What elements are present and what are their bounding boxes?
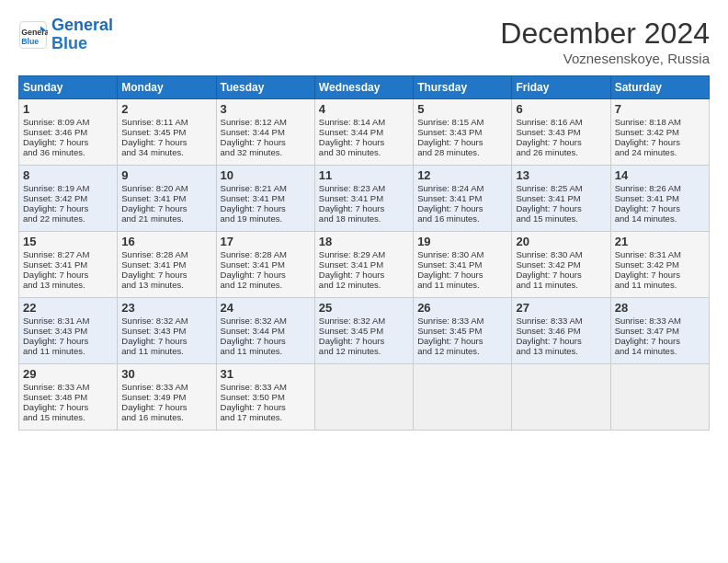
cell-info-line: Daylight: 7 hours [615,270,705,280]
cell-info-line: Daylight: 7 hours [221,336,311,346]
calendar-cell: 8Sunrise: 8:19 AMSunset: 3:42 PMDaylight… [19,166,118,232]
cell-info-line: and 15 minutes. [516,213,606,224]
calendar-cell: 2Sunrise: 8:11 AMSunset: 3:45 PMDaylight… [118,99,216,166]
cell-info-line: Daylight: 7 hours [23,270,113,280]
cell-info-line: Sunset: 3:41 PM [121,259,211,270]
calendar-cell: 6Sunrise: 8:16 AMSunset: 3:43 PMDaylight… [512,99,610,166]
cell-info-line: Sunset: 3:44 PM [221,326,311,336]
cell-info-line: and 36 minutes. [23,147,113,157]
cell-info-line: Sunset: 3:41 PM [615,193,705,203]
calendar-header-row: SundayMondayTuesdayWednesdayThursdayFrid… [19,76,710,99]
calendar-cell: 12Sunrise: 8:24 AMSunset: 3:41 PMDayligh… [414,166,512,232]
calendar-cell: 31Sunrise: 8:33 AMSunset: 3:50 PMDayligh… [216,364,314,431]
cell-info-line: Daylight: 7 hours [516,203,606,213]
calendar-cell [314,364,413,431]
cell-info-line: Daylight: 7 hours [23,203,113,213]
day-number: 1 [23,102,113,116]
day-number: 26 [417,301,507,315]
cell-info-line: Daylight: 7 hours [121,270,211,280]
calendar-cell: 30Sunrise: 8:33 AMSunset: 3:49 PMDayligh… [118,364,216,431]
cell-info-line: Daylight: 7 hours [319,203,409,213]
day-number: 13 [516,168,606,182]
cell-info-line: Sunrise: 8:33 AM [516,316,606,326]
cell-info-line: and 16 minutes. [417,213,507,224]
cell-info-line: and 32 minutes. [221,147,311,157]
cell-info-line: Sunrise: 8:12 AM [221,117,311,127]
day-header-saturday: Saturday [610,76,709,99]
week-row-5: 29Sunrise: 8:33 AMSunset: 3:48 PMDayligh… [19,364,710,431]
day-number: 5 [417,102,507,116]
cell-info-line: Sunrise: 8:32 AM [121,316,211,326]
day-number: 21 [615,235,705,248]
calendar-cell: 4Sunrise: 8:14 AMSunset: 3:44 PMDaylight… [314,99,413,166]
day-header-thursday: Thursday [414,76,512,99]
week-row-3: 15Sunrise: 8:27 AMSunset: 3:41 PMDayligh… [19,232,710,298]
cell-info-line: and 16 minutes. [121,412,211,422]
calendar-cell: 18Sunrise: 8:29 AMSunset: 3:41 PMDayligh… [314,232,413,298]
cell-info-line: and 15 minutes. [23,412,113,422]
day-number: 2 [121,102,211,116]
day-number: 6 [516,102,606,116]
day-number: 16 [121,235,211,248]
cell-info-line: Sunrise: 8:28 AM [221,249,311,259]
day-number: 3 [221,102,311,116]
cell-info-line: and 12 minutes. [319,280,409,290]
cell-info-line: Sunset: 3:41 PM [221,193,311,203]
calendar-cell: 10Sunrise: 8:21 AMSunset: 3:41 PMDayligh… [216,166,314,232]
cell-info-line: Daylight: 7 hours [516,270,606,280]
day-header-wednesday: Wednesday [314,76,413,99]
cell-info-line: Sunrise: 8:32 AM [319,316,409,326]
cell-info-line: Sunrise: 8:29 AM [319,249,409,259]
calendar-cell: 19Sunrise: 8:30 AMSunset: 3:41 PMDayligh… [414,232,512,298]
calendar-cell: 26Sunrise: 8:33 AMSunset: 3:45 PMDayligh… [414,298,512,364]
cell-info-line: Daylight: 7 hours [121,137,211,147]
cell-info-line: Sunset: 3:45 PM [319,326,409,336]
day-header-tuesday: Tuesday [216,76,314,99]
cell-info-line: Sunset: 3:41 PM [221,259,311,270]
day-header-monday: Monday [118,76,216,99]
cell-info-line: Sunset: 3:41 PM [319,193,409,203]
svg-text:Blue: Blue [21,36,39,45]
cell-info-line: Daylight: 7 hours [615,137,705,147]
cell-info-line: Sunrise: 8:20 AM [121,183,211,193]
cell-info-line: Sunset: 3:41 PM [23,259,113,270]
cell-info-line: Sunrise: 8:24 AM [417,183,507,193]
cell-info-line: and 21 minutes. [121,213,211,224]
cell-info-line: Sunrise: 8:11 AM [121,117,211,127]
cell-info-line: and 13 minutes. [23,280,113,290]
cell-info-line: Sunset: 3:46 PM [516,326,606,336]
cell-info-line: Sunset: 3:49 PM [121,392,211,402]
cell-info-line: Sunset: 3:42 PM [516,259,606,270]
cell-info-line: Sunrise: 8:27 AM [23,249,113,259]
cell-info-line: Daylight: 7 hours [615,336,705,346]
cell-info-line: and 11 minutes. [417,280,507,290]
logo-icon: General Blue [18,20,48,50]
cell-info-line: Sunrise: 8:33 AM [23,382,113,392]
cell-info-line: Daylight: 7 hours [23,137,113,147]
day-number: 10 [221,168,311,182]
cell-info-line: and 24 minutes. [615,147,705,157]
calendar-cell: 16Sunrise: 8:28 AMSunset: 3:41 PMDayligh… [118,232,216,298]
day-number: 4 [319,102,409,116]
cell-info-line: Daylight: 7 hours [121,203,211,213]
cell-info-line: and 13 minutes. [516,346,606,356]
cell-info-line: Sunset: 3:43 PM [516,127,606,137]
cell-info-line: and 11 minutes. [615,280,705,290]
cell-info-line: and 11 minutes. [121,346,211,356]
calendar-cell: 14Sunrise: 8:26 AMSunset: 3:41 PMDayligh… [610,166,709,232]
day-number: 28 [615,301,705,315]
day-number: 8 [23,168,113,182]
day-number: 19 [417,235,507,248]
cell-info-line: and 34 minutes. [121,147,211,157]
calendar-cell: 21Sunrise: 8:31 AMSunset: 3:42 PMDayligh… [610,232,709,298]
calendar-cell: 1Sunrise: 8:09 AMSunset: 3:46 PMDaylight… [19,99,118,166]
cell-info-line: and 12 minutes. [221,280,311,290]
cell-info-line: and 12 minutes. [319,346,409,356]
cell-info-line: Sunset: 3:42 PM [23,193,113,203]
calendar-cell: 20Sunrise: 8:30 AMSunset: 3:42 PMDayligh… [512,232,610,298]
cell-info-line: Daylight: 7 hours [221,137,311,147]
calendar-cell: 5Sunrise: 8:15 AMSunset: 3:43 PMDaylight… [414,99,512,166]
day-number: 24 [221,301,311,315]
day-number: 25 [319,301,409,315]
cell-info-line: Sunset: 3:46 PM [23,127,113,137]
